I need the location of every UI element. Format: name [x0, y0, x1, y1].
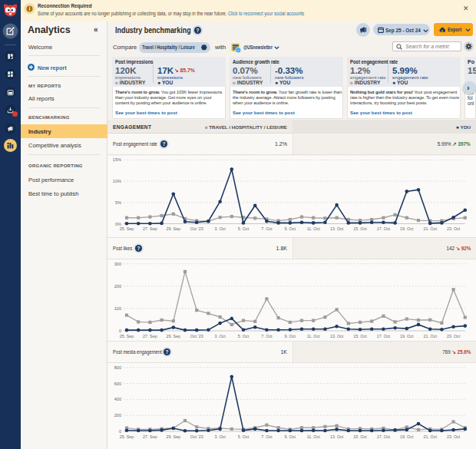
svg-text:19. Oct: 19. Oct: [400, 226, 414, 231]
svg-text:13. Oct: 13. Oct: [330, 334, 344, 338]
svg-text:25. Sep: 25. Sep: [120, 434, 134, 439]
svg-text:15. Oct: 15. Oct: [353, 226, 367, 231]
svg-text:5. Oct: 5. Oct: [238, 226, 250, 231]
svg-text:19. Oct: 19. Oct: [400, 334, 414, 338]
svg-text:10%: 10%: [113, 179, 121, 183]
svg-text:21. Oct: 21. Oct: [424, 434, 438, 439]
svg-text:21. Oct: 21. Oct: [424, 334, 438, 338]
svg-text:19. Oct: 19. Oct: [400, 434, 414, 439]
svg-text:11. Oct: 11. Oct: [307, 226, 320, 231]
svg-text:13. Oct: 13. Oct: [330, 434, 344, 439]
svg-text:Oct '23: Oct '23: [190, 226, 203, 231]
svg-text:25. Sep: 25. Sep: [120, 226, 134, 231]
svg-text:17. Oct: 17. Oct: [377, 226, 391, 231]
svg-text:3. Oct: 3. Oct: [214, 434, 226, 439]
svg-text:9. Oct: 9. Oct: [285, 334, 296, 338]
svg-text:11. Oct: 11. Oct: [307, 434, 320, 439]
svg-text:15%: 15%: [113, 157, 121, 162]
svg-text:0%: 0%: [115, 222, 121, 226]
svg-text:400: 400: [114, 397, 121, 401]
svg-text:27. Sep: 27. Sep: [143, 434, 157, 439]
svg-text:27. Sep: 27. Sep: [143, 226, 157, 231]
svg-text:15. Oct: 15. Oct: [353, 334, 367, 338]
svg-text:0: 0: [119, 328, 121, 333]
svg-text:Oct '23: Oct '23: [190, 434, 203, 439]
svg-text:5. Oct: 5. Oct: [238, 334, 250, 338]
svg-text:300: 300: [114, 262, 121, 266]
svg-text:29. Sep: 29. Sep: [167, 334, 181, 338]
svg-text:9. Oct: 9. Oct: [285, 226, 296, 231]
svg-text:23. Oct: 23. Oct: [447, 226, 461, 231]
svg-text:600: 600: [114, 381, 121, 386]
svg-text:29. Sep: 29. Sep: [167, 434, 181, 439]
svg-text:23. Oct: 23. Oct: [447, 434, 461, 439]
svg-text:29. Sep: 29. Sep: [167, 226, 181, 231]
svg-text:200: 200: [114, 413, 121, 418]
svg-text:11. Oct: 11. Oct: [307, 334, 320, 338]
svg-text:7. Oct: 7. Oct: [261, 434, 273, 439]
svg-text:17. Oct: 17. Oct: [377, 434, 391, 439]
svg-text:3. Oct: 3. Oct: [214, 226, 226, 231]
svg-text:9. Oct: 9. Oct: [285, 434, 296, 439]
svg-text:15. Oct: 15. Oct: [353, 434, 367, 439]
svg-text:7. Oct: 7. Oct: [261, 226, 273, 231]
svg-text:5. Oct: 5. Oct: [238, 434, 250, 439]
svg-text:100: 100: [114, 306, 121, 311]
svg-text:21. Oct: 21. Oct: [424, 226, 438, 231]
svg-text:27. Sep: 27. Sep: [143, 334, 157, 338]
svg-text:17. Oct: 17. Oct: [377, 334, 391, 338]
svg-text:7. Oct: 7. Oct: [261, 334, 273, 338]
svg-text:13. Oct: 13. Oct: [330, 226, 344, 231]
svg-text:800: 800: [114, 365, 121, 370]
svg-text:23. Oct: 23. Oct: [447, 334, 461, 338]
svg-text:5%: 5%: [115, 200, 121, 205]
svg-text:Oct '23: Oct '23: [190, 334, 203, 338]
svg-text:0: 0: [119, 429, 121, 434]
svg-text:25. Sep: 25. Sep: [120, 334, 134, 338]
svg-text:200: 200: [114, 284, 121, 289]
svg-text:3. Oct: 3. Oct: [214, 334, 226, 338]
